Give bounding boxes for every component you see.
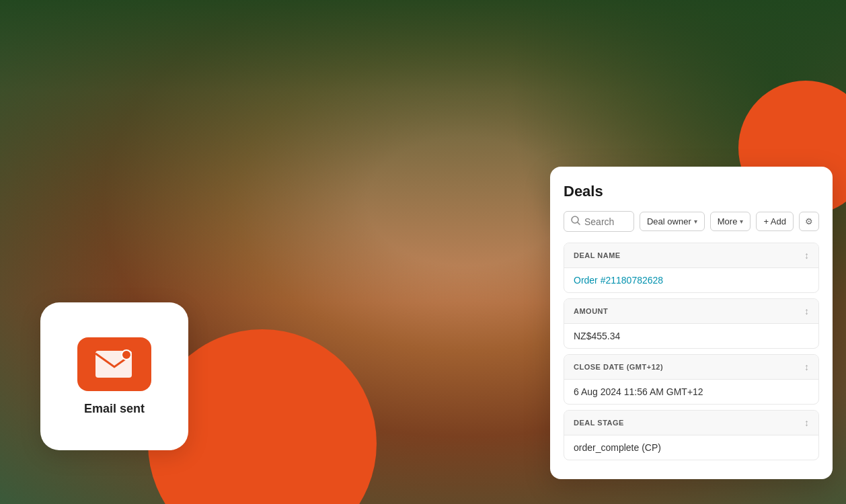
email-icon-container bbox=[77, 337, 151, 391]
deal-link-deal-name[interactable]: Order #21180782628 bbox=[574, 275, 663, 286]
email-sent-label: Email sent bbox=[84, 402, 145, 416]
settings-button[interactable]: ⚙ bbox=[799, 212, 819, 231]
settings-icon: ⚙ bbox=[805, 216, 813, 226]
deal-owner-label: Deal owner bbox=[647, 216, 691, 226]
deal-section-sort-amount[interactable]: ↕ bbox=[804, 306, 809, 317]
search-input[interactable] bbox=[584, 216, 627, 227]
add-label: + Add bbox=[763, 216, 786, 226]
deal-section-value-close-date: 6 Aug 2024 11:56 AM GMT+12 bbox=[564, 380, 818, 404]
deal-section-close-date: CLOSE DATE (GMT+12)↕6 Aug 2024 11:56 AM … bbox=[564, 354, 819, 405]
deal-owner-filter-button[interactable]: Deal owner ▾ bbox=[640, 212, 705, 231]
deal-section-header-close-date: CLOSE DATE (GMT+12)↕ bbox=[564, 355, 818, 380]
search-box bbox=[564, 211, 634, 232]
more-filter-button[interactable]: More ▾ bbox=[710, 212, 751, 231]
deal-owner-chevron-icon: ▾ bbox=[694, 218, 697, 225]
search-icon bbox=[571, 216, 580, 227]
deals-toolbar: Deal owner ▾ More ▾ + Add ⚙ bbox=[564, 211, 819, 232]
deal-section-value-deal-name: Order #21180782628 bbox=[564, 268, 818, 292]
email-envelope-icon bbox=[94, 349, 134, 379]
add-button[interactable]: + Add bbox=[756, 212, 794, 231]
more-label: More bbox=[718, 216, 738, 226]
deal-section-sort-close-date[interactable]: ↕ bbox=[804, 362, 809, 372]
deals-panel: Deals Deal owner ▾ More ▾ + Add ⚙ bbox=[550, 167, 833, 479]
deal-section-label-amount: AMOUNT bbox=[574, 307, 608, 315]
deal-section-deal-stage: DEAL STAGE↕order_complete (CP) bbox=[564, 410, 819, 460]
deal-section-value-amount: NZ$455.34 bbox=[564, 324, 818, 348]
deal-section-label-deal-name: DEAL NAME bbox=[574, 251, 621, 259]
deal-section-label-close-date: CLOSE DATE (GMT+12) bbox=[574, 363, 663, 371]
deal-section-sort-deal-name[interactable]: ↕ bbox=[804, 250, 809, 261]
deal-section-amount: AMOUNT↕NZ$455.34 bbox=[564, 298, 819, 349]
deal-section-deal-name: DEAL NAME↕Order #21180782628 bbox=[564, 243, 819, 293]
more-chevron-icon: ▾ bbox=[740, 218, 743, 225]
deal-sections-container: DEAL NAME↕Order #21180782628AMOUNT↕NZ$45… bbox=[564, 243, 819, 460]
deal-section-header-deal-stage: DEAL STAGE↕ bbox=[564, 411, 818, 435]
email-sent-card: Email sent bbox=[40, 302, 188, 450]
deals-panel-title: Deals bbox=[564, 183, 819, 200]
svg-point-1 bbox=[122, 350, 131, 360]
svg-line-3 bbox=[578, 222, 580, 224]
deal-section-value-deal-stage: order_complete (CP) bbox=[564, 435, 818, 460]
deal-section-sort-deal-stage[interactable]: ↕ bbox=[804, 417, 809, 428]
deal-section-label-deal-stage: DEAL STAGE bbox=[574, 419, 624, 427]
deal-section-header-deal-name: DEAL NAME↕ bbox=[564, 243, 818, 268]
deal-section-header-amount: AMOUNT↕ bbox=[564, 299, 818, 324]
